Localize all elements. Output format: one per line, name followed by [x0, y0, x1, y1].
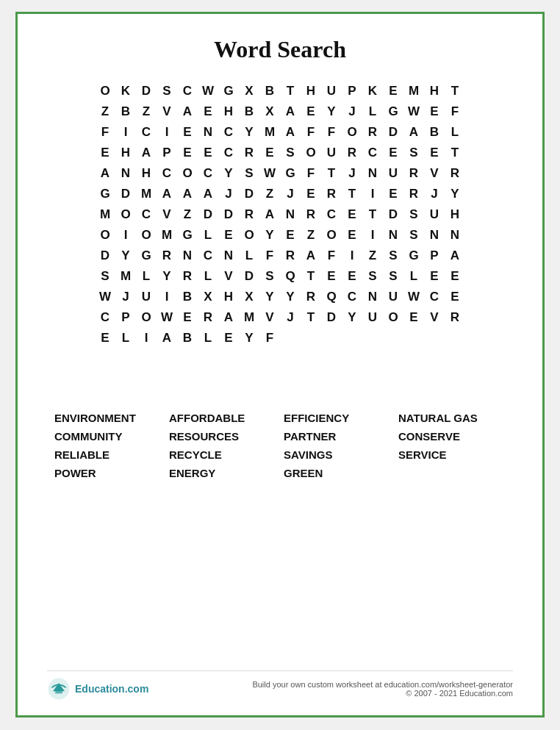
grid-cell: L: [198, 328, 218, 348]
word-list-item: PARTNER: [284, 430, 391, 443]
grid-cell: R: [403, 184, 424, 204]
grid-cell: Y: [321, 101, 342, 122]
grid-cell: E: [177, 122, 198, 143]
word-list-item: [398, 467, 506, 479]
grid-cell: J: [342, 163, 362, 184]
page-title: Word Search: [47, 36, 513, 63]
grid-cell: B: [177, 328, 198, 348]
grid-cell: W: [157, 307, 177, 328]
word-list-item: NATURAL GAS: [398, 412, 506, 424]
grid-cell: L: [198, 266, 218, 287]
grid-cell: B: [259, 81, 280, 101]
grid-cell: D: [218, 204, 239, 225]
grid-cell: F: [259, 328, 280, 348]
grid-cell: S: [403, 204, 424, 225]
grid-cell: A: [301, 246, 321, 266]
grid-cell: Z: [95, 101, 115, 122]
grid-cell: H: [218, 287, 239, 307]
grid-cell: A: [218, 307, 239, 328]
grid-cell: R: [239, 204, 259, 225]
grid-cell: C: [157, 163, 177, 184]
grid-cell: Z: [177, 204, 198, 225]
grid-cell: Y: [239, 122, 259, 143]
grid-cell: S: [403, 225, 424, 246]
grid-cell: O: [136, 225, 157, 246]
grid-cell: I: [362, 184, 383, 204]
grid-cell: C: [95, 307, 115, 328]
grid-cell: G: [177, 225, 198, 246]
word-list-item: POWER: [54, 467, 162, 479]
grid-cell: T: [280, 81, 301, 101]
footer: Education.com Build your own custom work…: [47, 670, 513, 701]
grid-cell: I: [342, 246, 362, 266]
grid-cell: D: [383, 122, 403, 143]
grid-cell: G: [403, 246, 424, 266]
grid-cell: M: [136, 184, 157, 204]
grid-cell: Y: [157, 266, 177, 287]
grid-cell: O: [239, 225, 259, 246]
grid-cell: I: [362, 225, 383, 246]
grid-cell: J: [424, 184, 445, 204]
grid-cell: N: [362, 163, 383, 184]
grid-cell: P: [157, 143, 177, 163]
footer-brand-name: Education.com: [75, 683, 148, 695]
grid-cell: E: [424, 101, 445, 122]
grid-cell: Y: [445, 184, 465, 204]
grid-cell: X: [259, 101, 280, 122]
grid-cell: O: [136, 307, 157, 328]
grid-cell: C: [342, 287, 362, 307]
grid-cell: X: [239, 81, 259, 101]
grid-cell: D: [321, 307, 342, 328]
grid-cell: A: [157, 184, 177, 204]
grid-cell: A: [95, 163, 115, 184]
svg-rect-1: [55, 689, 62, 693]
grid-cell: U: [362, 307, 383, 328]
grid-cell: J: [115, 287, 136, 307]
footer-tagline: Build your own custom worksheet at educa…: [252, 680, 513, 689]
word-list-item: SERVICE: [398, 448, 506, 461]
grid-cell: M: [115, 266, 136, 287]
grid-cell: E: [321, 266, 342, 287]
grid-cell: V: [424, 307, 445, 328]
grid-cell: B: [239, 101, 259, 122]
grid-cell: H: [218, 101, 239, 122]
grid-cell: H: [136, 163, 157, 184]
footer-logo: Education.com: [47, 677, 148, 701]
grid-cell: L: [115, 328, 136, 348]
word-list-item: RECYCLE: [169, 448, 276, 461]
grid-cell: P: [424, 246, 445, 266]
grid-cell: G: [95, 184, 115, 204]
grid-cell: V: [424, 163, 445, 184]
grid-cell: E: [445, 287, 465, 307]
grid-cell: U: [424, 204, 445, 225]
grid-cell: J: [218, 184, 239, 204]
word-list-item: COMMUNITY: [54, 430, 162, 443]
grid-cell: R: [321, 184, 342, 204]
word-list-item: RESOURCES: [169, 430, 276, 443]
grid-cell: F: [321, 246, 342, 266]
grid-cell: P: [342, 81, 362, 101]
grid-cell: A: [403, 122, 424, 143]
grid-cell: E: [95, 328, 115, 348]
grid-cell: Y: [218, 163, 239, 184]
grid-cell: A: [177, 101, 198, 122]
grid-cell: T: [301, 307, 321, 328]
grid-cell: N: [424, 225, 445, 246]
grid-cell: R: [198, 307, 218, 328]
grid-cell: R: [445, 307, 465, 328]
grid-cell: O: [321, 225, 342, 246]
grid-cell: J: [280, 184, 301, 204]
grid-cell: W: [198, 81, 218, 101]
grid-cell: J: [342, 101, 362, 122]
grid-cell: B: [424, 122, 445, 143]
grid-cell: G: [280, 163, 301, 184]
grid-cell: W: [259, 163, 280, 184]
grid-cell: E: [280, 225, 301, 246]
grid-cell: I: [157, 122, 177, 143]
grid-cell: Y: [280, 287, 301, 307]
grid-cell: N: [445, 225, 465, 246]
grid-cell: B: [115, 101, 136, 122]
grid-cell: E: [177, 143, 198, 163]
grid-cell: N: [280, 204, 301, 225]
grid-cell: L: [198, 225, 218, 246]
